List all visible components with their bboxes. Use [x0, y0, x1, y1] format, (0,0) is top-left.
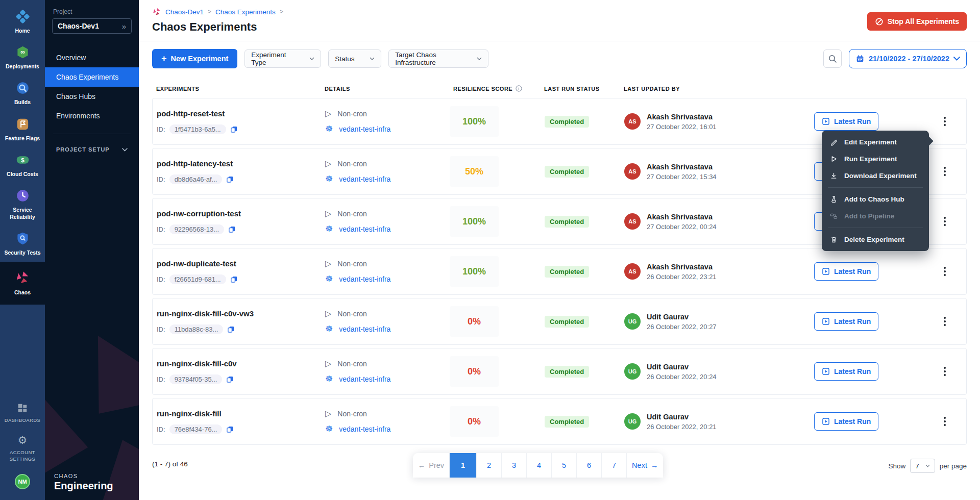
infrastructure-link[interactable]: vedant-test-infra	[339, 375, 390, 383]
experiment-name[interactable]: pod-nw-duplicate-test	[157, 259, 321, 268]
kebab-menu-icon[interactable]	[940, 313, 950, 330]
toolbar: + New Experiment Experiment Type Status …	[139, 41, 980, 75]
latest-run-icon	[822, 367, 830, 376]
rail-item-feature-flags[interactable]: Feature Flags	[0, 112, 45, 147]
infrastructure-link[interactable]: vedant-test-infra	[339, 425, 390, 433]
security-tests-icon	[16, 232, 30, 245]
kubernetes-icon: ☸	[325, 424, 333, 433]
menu-item-delete-experiment[interactable]: Delete Experiment	[822, 231, 929, 248]
experiment-name[interactable]: pod-http-latency-test	[157, 159, 321, 168]
kebab-menu-icon[interactable]	[940, 413, 950, 430]
kubernetes-icon: ☸	[325, 274, 333, 283]
latest-run-button[interactable]: Latest Run	[814, 112, 878, 131]
rail-item-dashboards[interactable]: DASHBOARDS	[0, 397, 45, 430]
project-selector-value: Chaos-Dev1	[58, 22, 99, 30]
next-page-button[interactable]: Next→	[627, 453, 663, 478]
play-icon: ▷	[325, 110, 331, 118]
experiment-name[interactable]: run-nginx-disk-fill-c0v-vw3	[157, 309, 321, 318]
infrastructure-link[interactable]: vedant-test-infra	[339, 275, 390, 283]
prev-page-button[interactable]: ←Prev	[413, 453, 450, 478]
copy-icon[interactable]	[226, 376, 234, 383]
kebab-menu-icon[interactable]	[940, 113, 950, 130]
copy-icon[interactable]	[230, 276, 238, 283]
search-button[interactable]	[823, 49, 842, 68]
kebab-menu-icon[interactable]	[940, 163, 950, 180]
infrastructure-link[interactable]: vedant-test-infra	[339, 325, 390, 333]
breadcrumb-link-chaos-experiments[interactable]: Chaos Experiments	[215, 8, 276, 16]
status-badge: Completed	[545, 316, 589, 328]
experiment-type-filter[interactable]: Experiment Type	[244, 49, 321, 68]
infrastructure-link[interactable]: vedant-test-infra	[339, 225, 390, 233]
page-button-3[interactable]: 3	[502, 453, 527, 478]
project-selector[interactable]: Chaos-Dev1 »	[52, 18, 132, 34]
experiment-name[interactable]: pod-http-reset-test	[157, 109, 321, 118]
experiment-id: 1f5471b3-6a5...	[169, 124, 226, 134]
infrastructure-link[interactable]: vedant-test-infra	[339, 125, 390, 133]
page-button-7[interactable]: 7	[602, 453, 627, 478]
resilience-score: 0%	[450, 356, 499, 387]
latest-run-button[interactable]: Latest Run	[814, 362, 878, 381]
new-experiment-button[interactable]: + New Experiment	[152, 49, 237, 68]
status-filter[interactable]: Status	[328, 49, 381, 68]
col-details: DETAILS	[321, 85, 449, 92]
page-button-1[interactable]: 1	[450, 453, 477, 478]
rail-item-deployments[interactable]: ∞ Deployments	[0, 40, 45, 76]
avatar: UG	[624, 363, 641, 380]
status-badge: Completed	[545, 166, 589, 178]
kebab-menu-icon[interactable]	[940, 363, 950, 380]
copy-icon[interactable]	[230, 126, 238, 133]
menu-item-edit-experiment[interactable]: Edit Experiment	[822, 134, 929, 151]
menu-item-run-experiment[interactable]: Run Experiment	[822, 151, 929, 167]
table-header: EXPERIMENTS DETAILS RESILIENCE SCORE LAS…	[152, 77, 967, 98]
latest-run-button[interactable]: Latest Run	[814, 412, 878, 431]
kebab-menu-icon[interactable]	[940, 213, 950, 230]
copy-icon[interactable]	[228, 226, 236, 233]
page-size-select[interactable]: 7	[910, 459, 935, 473]
latest-run-button[interactable]: Latest Run	[814, 312, 878, 331]
menu-item-add-to-chaos-hub[interactable]: Add to Chaos Hub	[822, 191, 929, 208]
resilience-score: 50%	[450, 156, 499, 187]
user-avatar: NM	[15, 474, 30, 489]
rail-item-security-tests[interactable]: Security Tests	[0, 226, 45, 262]
experiment-name[interactable]: pod-nw-corruption-test	[157, 209, 321, 218]
menu-item-add-to-pipeline[interactable]: Add to Pipeline	[822, 208, 929, 224]
rail-item-home[interactable]: Home	[0, 4, 45, 40]
target-infrastructure-filter[interactable]: Target Chaos Infrastructure	[388, 49, 488, 68]
rail-item-builds[interactable]: Builds	[0, 76, 45, 111]
copy-icon[interactable]	[226, 426, 234, 433]
rail-item-profile[interactable]: NM	[0, 468, 45, 495]
copy-icon[interactable]	[227, 326, 235, 333]
date-range-picker[interactable]: 21/10/2022 - 27/10/2022	[849, 49, 967, 68]
rail-item-chaos[interactable]: Chaos	[0, 262, 45, 304]
rail-item-account-settings[interactable]: ⚙ ACCOUNT SETTINGS	[0, 429, 45, 468]
page-button-5[interactable]: 5	[552, 453, 577, 478]
rail-item-cloud-costs[interactable]: $ Cloud Costs	[0, 147, 45, 183]
settings-gear-icon: ⚙	[18, 435, 28, 446]
chaos-watermark-logo	[45, 288, 139, 500]
page-button-4[interactable]: 4	[527, 453, 552, 478]
page-button-6[interactable]: 6	[577, 453, 602, 478]
kebab-menu-icon[interactable]	[940, 263, 950, 280]
latest-run-button[interactable]: Latest Run	[814, 262, 878, 281]
sidebar-item-chaos-hubs[interactable]: Chaos Hubs	[45, 87, 139, 106]
page-button-2[interactable]: 2	[477, 453, 502, 478]
menu-divider	[828, 187, 923, 188]
rail-item-service-reliability[interactable]: Service Reliability	[0, 183, 45, 226]
cron-type: Non-cron	[337, 160, 367, 168]
sidebar-item-environments[interactable]: Environments	[45, 106, 139, 126]
menu-item-download-experiment[interactable]: Download Experiment	[822, 167, 929, 184]
experiment-name[interactable]: run-nginx-disk-fill	[157, 409, 321, 418]
info-icon[interactable]	[516, 85, 522, 92]
experiment-name[interactable]: run-nginx-disk-fill-c0v	[157, 359, 321, 368]
chevron-down-icon	[477, 57, 482, 60]
play-icon: ▷	[325, 310, 331, 318]
stop-all-experiments-button[interactable]: Stop All Experiments	[867, 12, 967, 31]
sidebar-item-overview[interactable]: Overview	[45, 48, 139, 67]
chaos-hub-icon	[830, 195, 838, 203]
project-setup-section[interactable]: PROJECT SETUP	[45, 142, 139, 157]
copy-icon[interactable]	[226, 176, 234, 183]
breadcrumb-link-project[interactable]: Chaos-Dev1	[165, 8, 204, 16]
infrastructure-link[interactable]: vedant-test-infra	[339, 175, 390, 183]
resilience-score: 100%	[450, 206, 499, 237]
sidebar-item-chaos-experiments[interactable]: Chaos Experiments	[45, 67, 139, 87]
